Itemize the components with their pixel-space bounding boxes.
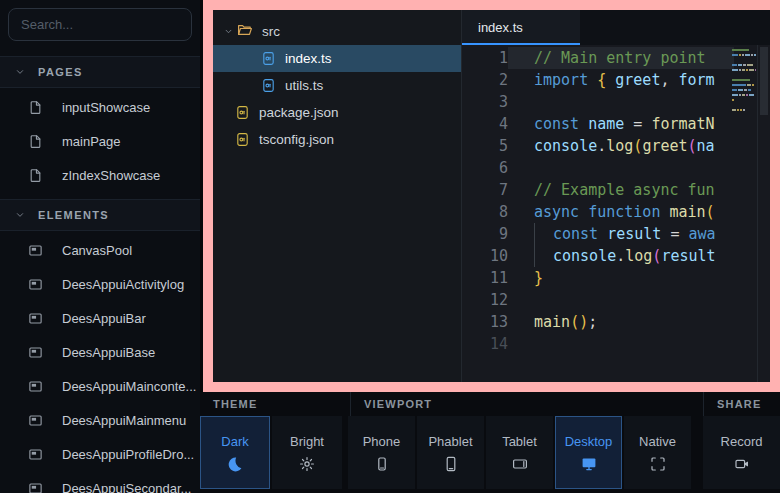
widget-icon — [28, 379, 43, 394]
minimap-line — [732, 114, 756, 116]
sidebar-item-label: DeesAppuiProfileDro... — [62, 447, 194, 462]
sidebar-item-label: CanvasPool — [62, 243, 132, 258]
code-line: 1// Main entry point — [462, 47, 770, 69]
code-line-text[interactable]: const result = awa — [508, 223, 734, 245]
section-header-elements[interactable]: ELEMENTS — [0, 199, 200, 231]
sidebar-item-deesappuimainmenu[interactable]: DeesAppuiMainmenu — [0, 403, 200, 437]
section-label: ELEMENTS — [38, 209, 109, 221]
code-line-text[interactable]: // Main entry point — [508, 47, 734, 69]
line-number: 9 — [462, 223, 508, 245]
line-number: 12 — [462, 289, 508, 311]
tree-item-package-json[interactable]: package.json — [213, 99, 461, 126]
minimap-line — [732, 89, 756, 91]
code-token: console — [553, 245, 616, 267]
sidebar-item-deesappuisecondar[interactable]: DeesAppuiSecondar... — [0, 471, 200, 493]
code-token: result — [661, 245, 715, 267]
phone-button[interactable]: Phone — [348, 416, 415, 489]
file-icon — [28, 168, 43, 183]
tree-item-tsconfig-json[interactable]: tsconfig.json — [213, 126, 461, 153]
phablet-icon — [443, 456, 459, 472]
code-line-text[interactable] — [508, 289, 734, 311]
code-token: = — [624, 113, 651, 135]
tablet-icon — [512, 456, 528, 472]
phone-icon — [374, 456, 390, 472]
sidebar-item-zindexshowcase[interactable]: zIndexShowcase — [0, 158, 200, 192]
code-line-text[interactable] — [508, 333, 734, 355]
chevron-down-icon — [14, 66, 26, 78]
tablet-button[interactable]: Tablet — [486, 416, 553, 489]
json-file-icon — [235, 105, 250, 120]
code-line-text[interactable]: main(); — [508, 311, 734, 333]
code-token: async function — [534, 201, 669, 223]
sidebar-item-deesappuiactivitylog[interactable]: DeesAppuiActivitylog — [0, 267, 200, 301]
sun-icon — [299, 456, 315, 472]
sidebar-item-label: DeesAppuiActivitylog — [62, 277, 184, 292]
dark-button[interactable]: Dark — [200, 416, 270, 489]
scrollbar-track[interactable] — [757, 45, 770, 382]
minimap-line — [732, 54, 756, 56]
code-line: 6 — [462, 157, 770, 179]
toolbar-section-label-viewport: VIEWPORT — [350, 392, 703, 416]
line-number: 3 — [462, 91, 508, 113]
code-line: 10console.log(result — [462, 245, 770, 267]
phablet-button[interactable]: Phablet — [417, 416, 484, 489]
sidebar-item-deesappuibase[interactable]: DeesAppuiBase — [0, 335, 200, 369]
scrollbar-thumb[interactable] — [760, 47, 768, 115]
section-header-pages[interactable]: PAGES — [0, 56, 200, 88]
toolbar-section-label-theme: THEME — [200, 392, 350, 416]
code-token: ( — [633, 135, 642, 157]
code-area[interactable]: 1// Main entry point2import { greet, for… — [462, 45, 770, 382]
tree-item-utils-ts[interactable]: utils.ts — [213, 72, 461, 99]
code-token: ( — [652, 245, 661, 267]
line-number: 8 — [462, 201, 508, 223]
button-label: Tablet — [502, 434, 537, 449]
code-token: log — [625, 245, 652, 267]
code-line-text[interactable]: console.log(greet(na — [508, 135, 734, 157]
sidebar-sections: PAGESinputShowcasemainPagezIndexShowcase… — [0, 56, 200, 493]
sidebar-item-inputshowcase[interactable]: inputShowcase — [0, 90, 200, 124]
code-line-text[interactable]: console.log(result — [508, 245, 734, 267]
code-line: 4const name = formatN — [462, 113, 770, 135]
app-window: PAGESinputShowcasemainPagezIndexShowcase… — [0, 0, 780, 493]
code-token: main — [669, 201, 705, 223]
chevron-down-icon — [223, 26, 234, 37]
sidebar-item-mainpage[interactable]: mainPage — [0, 124, 200, 158]
code-line-text[interactable]: // Example async fun — [508, 179, 734, 201]
code-token: const — [534, 113, 588, 135]
minimap-line — [732, 104, 756, 106]
code-line-text[interactable] — [508, 91, 734, 113]
code-line-text[interactable]: } — [508, 267, 734, 289]
sidebar-item-label: DeesAppuiSecondar... — [62, 481, 191, 493]
tab-index-ts[interactable]: index.ts — [462, 10, 580, 45]
widget-icon — [28, 413, 43, 428]
code-line-text[interactable]: async function main( — [508, 201, 734, 223]
sidebar-item-deesappuiprofiledro[interactable]: DeesAppuiProfileDro... — [0, 437, 200, 471]
tree-item-src[interactable]: src — [213, 18, 461, 45]
code-token: { — [597, 69, 606, 91]
tree-item-index-ts[interactable]: index.ts — [213, 45, 461, 72]
search-wrap — [0, 0, 200, 49]
button-label: Record — [721, 434, 763, 449]
widget-icon — [28, 345, 43, 360]
sidebar-item-deesappuibar[interactable]: DeesAppuiBar — [0, 301, 200, 335]
minimap-line — [732, 99, 756, 101]
sidebar-item-canvaspool[interactable]: CanvasPool — [0, 233, 200, 267]
section-label: PAGES — [38, 66, 83, 78]
code-token: ( — [706, 201, 715, 223]
desktop-button[interactable]: Desktop — [555, 416, 622, 489]
code-line-text[interactable]: const name = formatN — [508, 113, 734, 135]
code-editor: index.ts 1// Main entry point2import { g… — [461, 10, 770, 382]
code-line: 2import { greet, form — [462, 69, 770, 91]
code-token: console — [534, 135, 597, 157]
code-token: main — [534, 311, 570, 333]
minimap-line — [732, 74, 756, 76]
bright-button[interactable]: Bright — [272, 416, 342, 489]
native-button[interactable]: Native — [624, 416, 691, 489]
sidebar-item-deesappuimainconte[interactable]: DeesAppuiMainconte... — [0, 369, 200, 403]
minimap-line — [732, 64, 756, 66]
record-button[interactable]: Record — [703, 416, 780, 489]
minimap[interactable] — [732, 49, 756, 119]
code-line-text[interactable]: import { greet, form — [508, 69, 734, 91]
code-line-text[interactable] — [508, 157, 734, 179]
search-input[interactable] — [8, 8, 192, 41]
